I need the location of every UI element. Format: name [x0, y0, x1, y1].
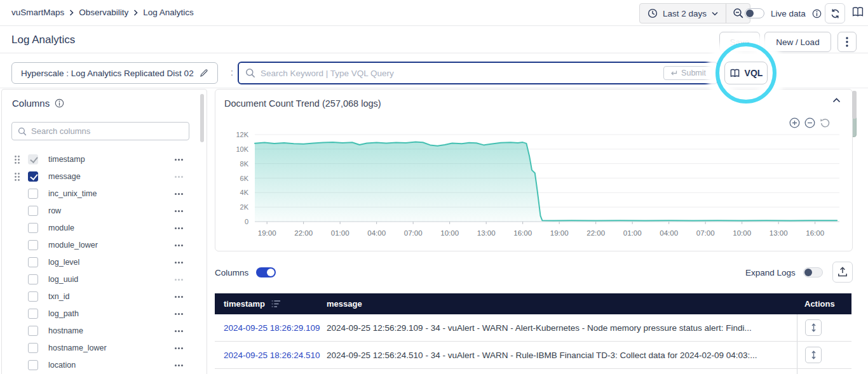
column-search-input[interactable]	[31, 126, 183, 136]
column-checkbox[interactable]	[28, 154, 38, 164]
info-icon[interactable]	[55, 98, 64, 108]
log-timestamp-link[interactable]: 2024-09-25 18:26:24.510	[215, 351, 327, 360]
timestamp-column-header[interactable]: timestamp	[224, 299, 265, 309]
message-column-header[interactable]: message	[327, 299, 797, 309]
log-analytics-screen: vuSmartMaps Observability Log Analytics …	[0, 0, 868, 374]
columns-sidebar: Columns timestamp message	[1, 89, 207, 374]
document-count-chart[interactable]: 02K4K6K8K10K12K19:0022:0001:0004:0007:00…	[223, 112, 849, 247]
column-list-item[interactable]: module_lower	[2, 236, 199, 253]
column-label: log_uuid	[48, 275, 78, 284]
column-label: log_path	[48, 309, 79, 318]
edit-pencil-icon[interactable]	[200, 69, 208, 77]
time-range-selector[interactable]: Last 2 days	[640, 4, 726, 23]
column-label: inc_unix_time	[48, 189, 97, 198]
data-source-chip[interactable]: Hyperscale : Log Analytics Replicated Di…	[11, 62, 218, 84]
column-checkbox[interactable]	[28, 309, 38, 319]
column-menu-button[interactable]	[175, 210, 184, 212]
breadcrumb-observability[interactable]: Observability	[79, 8, 128, 17]
column-checkbox[interactable]	[28, 189, 38, 199]
column-menu-button[interactable]	[175, 227, 184, 229]
column-label: module	[48, 224, 74, 232]
vql-button[interactable]: VQL	[724, 62, 768, 84]
log-timestamp-link[interactable]: 2024-09-25 18:26:29.109	[215, 323, 327, 333]
column-list-item[interactable]: txn_id	[2, 288, 199, 305]
column-list-item[interactable]: log_path	[2, 305, 199, 322]
sort-icon[interactable]	[271, 300, 281, 308]
expand-logs-row: Expand Logs	[745, 267, 823, 277]
columns-panel-title: Columns	[12, 98, 50, 109]
more-options-button[interactable]	[837, 32, 857, 52]
live-data-label: Live data	[771, 9, 806, 18]
column-list-item[interactable]: hostname_lower	[2, 339, 199, 356]
column-menu-button[interactable]	[175, 244, 184, 246]
column-list-item[interactable]: log_level	[2, 253, 199, 270]
column-list: timestamp message inc_unix_time	[2, 150, 199, 373]
column-menu-button[interactable]	[175, 347, 184, 349]
vql-book-icon	[729, 69, 740, 78]
refresh-button[interactable]	[825, 3, 845, 23]
column-list-item[interactable]: hostname	[2, 322, 199, 339]
column-checkbox[interactable]	[28, 291, 38, 302]
column-menu-button[interactable]	[175, 364, 184, 366]
column-list-item[interactable]: log_uuid	[2, 270, 199, 288]
column-list-item[interactable]: module	[2, 219, 199, 236]
column-checkbox[interactable]	[28, 206, 38, 216]
column-menu-button[interactable]	[175, 158, 184, 161]
column-checkbox[interactable]	[28, 343, 38, 353]
column-list-item[interactable]: timestamp	[2, 150, 199, 168]
expand-logs-toggle[interactable]	[803, 267, 823, 277]
submit-button[interactable]: Submit	[663, 66, 712, 80]
page-header: Log Analytics Save New / Load	[0, 26, 868, 53]
column-label: txn_id	[48, 292, 69, 301]
export-button[interactable]	[832, 262, 853, 283]
svg-text:04:00: 04:00	[660, 229, 678, 237]
column-checkbox[interactable]	[28, 257, 38, 267]
column-checkbox[interactable]	[28, 171, 38, 182]
column-checkbox[interactable]	[28, 274, 38, 284]
column-list-item[interactable]: location	[2, 356, 199, 373]
clock-icon	[648, 8, 658, 18]
expand-row-button[interactable]	[805, 347, 822, 363]
column-list-item[interactable]: inc_unix_time	[2, 185, 199, 202]
expand-row-button[interactable]	[805, 319, 822, 336]
svg-text:10:00: 10:00	[440, 229, 459, 237]
collapse-chevron-icon[interactable]	[832, 98, 841, 103]
column-menu-button[interactable]	[175, 261, 184, 264]
save-button[interactable]: Save	[719, 32, 760, 52]
sidebar-scrollbar[interactable]	[200, 94, 204, 142]
live-data-toggle[interactable]	[745, 8, 764, 18]
svg-text:12K: 12K	[236, 131, 248, 138]
page-scrollbar[interactable]	[852, 91, 857, 119]
new-load-button[interactable]: New / Load	[764, 32, 831, 52]
table-row[interactable]	[215, 369, 851, 374]
svg-text:4K: 4K	[240, 189, 249, 196]
column-checkbox[interactable]	[28, 360, 38, 370]
drag-handle-icon[interactable]	[14, 172, 20, 181]
info-icon[interactable]	[812, 9, 822, 18]
svg-text:0: 0	[245, 218, 248, 225]
svg-text:8K: 8K	[240, 160, 249, 168]
breadcrumb-vusmartmaps[interactable]: vuSmartMaps	[11, 8, 64, 17]
breadcrumb-log-analytics[interactable]: Log Analytics	[143, 8, 194, 17]
table-row[interactable]: 2024-09-25 18:26:24.510 2024-09-25 12:56…	[215, 342, 851, 369]
column-checkbox[interactable]	[28, 240, 38, 250]
drag-handle-icon[interactable]	[14, 155, 20, 164]
column-menu-button[interactable]	[175, 175, 184, 178]
search-input[interactable]	[261, 69, 710, 78]
column-menu-button[interactable]	[175, 330, 184, 332]
column-label: location	[48, 361, 76, 370]
column-list-item[interactable]: row	[2, 202, 199, 219]
search-icon	[18, 127, 27, 136]
column-menu-button[interactable]	[175, 278, 184, 281]
column-menu-button[interactable]	[175, 192, 184, 195]
documentation-book-icon[interactable]	[851, 6, 864, 18]
column-list-item[interactable]: message	[2, 168, 199, 185]
breadcrumb: vuSmartMaps Observability Log Analytics	[11, 8, 194, 17]
column-menu-button[interactable]	[175, 295, 184, 298]
table-row[interactable]: 2024-09-25 18:26:29.109 2024-09-25 12:56…	[215, 314, 851, 342]
columns-toggle[interactable]	[256, 267, 276, 277]
svg-text:07:00: 07:00	[696, 229, 715, 237]
column-menu-button[interactable]	[175, 312, 184, 315]
column-checkbox[interactable]	[28, 223, 38, 233]
column-checkbox[interactable]	[28, 326, 38, 336]
